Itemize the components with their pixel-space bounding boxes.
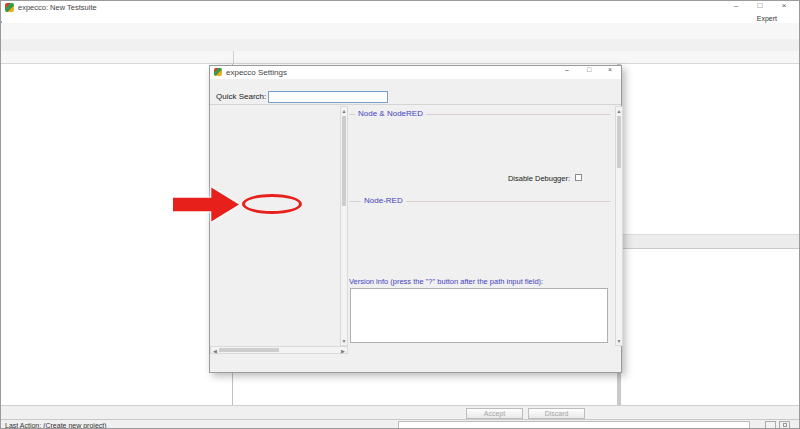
main-toolbar (1, 23, 799, 39)
group-title: Node-RED (361, 196, 406, 205)
quick-search-row: Quick Search: (210, 90, 621, 105)
expert-mode-label: Expert (757, 15, 777, 22)
maximize-button[interactable]: □ (753, 1, 767, 10)
window-title: expecco: New Testsuite (18, 3, 97, 12)
last-action-status: Last Action: (Create new project) (5, 422, 107, 429)
main-window: expecco: New Testsuite – □ × Expert Acce… (0, 0, 800, 429)
tree-scrollbar-horizontal[interactable]: ◀ ▶ (210, 346, 348, 354)
status-bar: Last Action: (Create new project) (1, 419, 799, 429)
environment-toolbar (234, 51, 654, 64)
discard-button[interactable]: Discard (528, 408, 585, 419)
secondary-toolbar (1, 51, 799, 64)
dialog-maximize-button[interactable]: □ (582, 66, 596, 73)
settings-dialog: expecco Settings – □ × Quick Search: ▲ ▼… (209, 65, 622, 373)
close-button[interactable]: × (777, 1, 791, 10)
grip-button[interactable] (779, 421, 790, 429)
minimize-button[interactable]: – (729, 1, 743, 10)
dialog-title: expecco Settings (226, 68, 287, 77)
dialog-close-button[interactable]: × (603, 66, 617, 73)
expecco-logo-icon (5, 3, 14, 12)
version-info-label: Version info (press the "?" button after… (349, 277, 543, 286)
tab-row (1, 39, 799, 51)
settings-panel: Node & NodeRED Disable Debugger: Node-RE… (349, 106, 614, 346)
settings-tree (210, 106, 340, 346)
quick-search-input[interactable] (268, 91, 388, 103)
watch-panel (621, 64, 800, 405)
dialog-buttons (210, 354, 621, 370)
titlebar: expecco: New Testsuite – □ × (1, 1, 799, 14)
disable-debugger-row: Disable Debugger: (349, 172, 614, 184)
navigator-tree (1, 64, 232, 405)
disable-debugger-label: Disable Debugger: (349, 174, 570, 183)
accept-button[interactable]: Accept (466, 408, 523, 419)
group-title: Node & NodeRED (355, 109, 426, 118)
disable-debugger-checkbox[interactable] (575, 174, 582, 181)
dialog-minimize-button[interactable]: – (560, 66, 574, 73)
dialog-titlebar: expecco Settings – □ × (210, 66, 621, 79)
dialog-scrollbar-vertical[interactable]: ▲ ▼ (615, 106, 623, 346)
watch-splitter[interactable] (621, 234, 800, 249)
tree-scrollbar-vertical[interactable]: ▲ ▼ (340, 106, 348, 346)
annotation-ellipse (242, 194, 302, 214)
expecco-logo-icon (214, 68, 222, 76)
horizontal-resize-icon[interactable] (740, 421, 747, 429)
bottom-bar: Accept Discard (1, 405, 799, 419)
blank-button[interactable] (765, 421, 776, 429)
quick-search-label: Quick Search: (216, 92, 266, 101)
status-input[interactable] (398, 421, 750, 429)
menubar: Expert (1, 14, 799, 23)
navigator-toolbar (1, 51, 234, 64)
annotation-arrow (173, 186, 239, 223)
version-info-textarea[interactable] (350, 288, 608, 343)
navigator-panel (1, 64, 233, 405)
